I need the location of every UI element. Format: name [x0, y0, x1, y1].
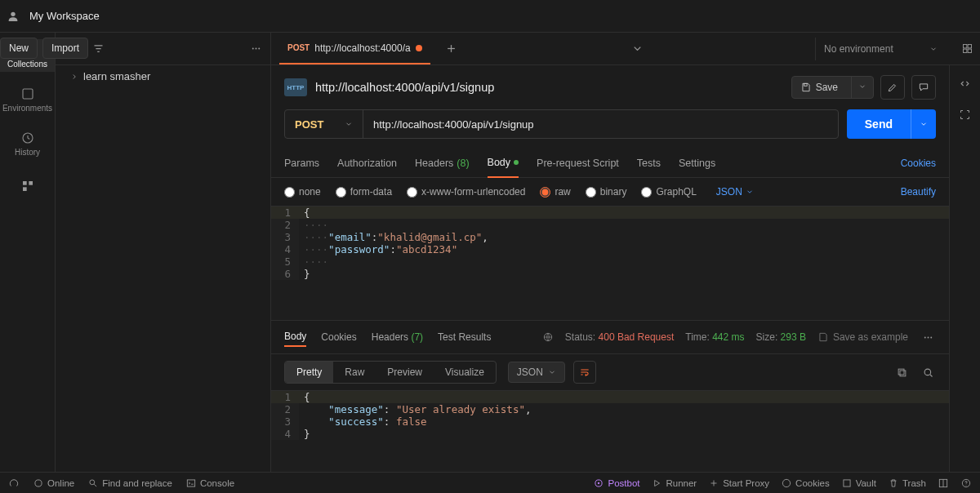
body-urlencoded[interactable]: x-www-form-urlencoded: [407, 186, 525, 198]
view-visualize[interactable]: Visualize: [434, 362, 496, 383]
svg-point-22: [924, 369, 931, 375]
resp-tab-body[interactable]: Body: [284, 327, 306, 347]
right-rail: [949, 65, 980, 472]
body-raw[interactable]: raw: [540, 186, 570, 198]
resp-tab-tests[interactable]: Test Results: [438, 328, 491, 346]
view-pretty[interactable]: Pretty: [285, 362, 333, 383]
save-dropdown[interactable]: [851, 77, 873, 98]
import-button[interactable]: Import: [42, 38, 88, 59]
person-icon: [7, 10, 20, 23]
save-button[interactable]: Save: [792, 77, 846, 98]
body-graphql[interactable]: GraphQL: [641, 186, 696, 198]
tab-prerequest[interactable]: Pre-request Script: [537, 149, 619, 177]
sb-vault[interactable]: Vault: [841, 477, 876, 489]
svg-point-24: [90, 479, 95, 484]
tab-headers[interactable]: Headers (8): [415, 149, 470, 177]
activity-environments[interactable]: Environments: [0, 83, 55, 116]
sb-runner[interactable]: Runner: [651, 477, 697, 489]
body-indicator-dot: [514, 160, 519, 165]
send-dropdown[interactable]: [911, 109, 936, 139]
edit-icon[interactable]: [880, 75, 905, 100]
filter-icon[interactable]: [90, 41, 106, 57]
response-body-editor[interactable]: 1{ 2 "message": "User already exists", 3…: [271, 390, 949, 472]
svg-point-32: [966, 484, 967, 485]
cookies-link[interactable]: Cookies: [901, 158, 936, 169]
body-none[interactable]: none: [284, 186, 321, 198]
wrap-lines-icon[interactable]: [573, 361, 596, 384]
sb-online[interactable]: Online: [33, 477, 74, 489]
resp-tab-headers[interactable]: Headers (7): [372, 328, 423, 346]
activity-bar: Collections Environments History: [0, 33, 56, 472]
request-tab[interactable]: POST http://localhost:4000/a: [279, 33, 430, 64]
view-raw[interactable]: Raw: [333, 362, 376, 383]
svg-rect-12: [968, 45, 971, 48]
activity-history[interactable]: History: [0, 127, 55, 160]
globe-icon[interactable]: [542, 331, 554, 343]
status-value: 400 Bad Request: [599, 331, 675, 343]
sb-proxy[interactable]: Start Proxy: [708, 477, 769, 489]
body-formdata[interactable]: form-data: [336, 186, 392, 198]
response-format-dropdown[interactable]: JSON: [508, 362, 565, 383]
raw-format-dropdown[interactable]: JSON: [716, 186, 754, 198]
collection-item[interactable]: learn smasher: [56, 65, 270, 87]
add-tab-icon[interactable]: [443, 41, 460, 57]
save-button-group: Save: [791, 76, 874, 99]
tab-chevron-icon[interactable]: [629, 41, 645, 57]
body-binary[interactable]: binary: [586, 186, 627, 198]
chevron-right-icon: [70, 73, 78, 81]
tab-params[interactable]: Params: [284, 149, 319, 177]
expand-icon[interactable]: [957, 106, 973, 122]
svg-rect-29: [844, 479, 850, 486]
send-button[interactable]: Send: [847, 109, 911, 139]
tab-authorization[interactable]: Authorization: [337, 149, 397, 177]
svg-point-8: [252, 48, 253, 50]
size-value: 293 B: [781, 331, 806, 343]
response-view-bar: Pretty Raw Preview Visualize JSON: [271, 354, 949, 390]
sb-trash[interactable]: Trash: [888, 477, 926, 489]
url-input[interactable]: [363, 110, 838, 138]
svg-point-17: [924, 336, 925, 338]
sb-layout-icon[interactable]: [938, 477, 949, 489]
view-preview[interactable]: Preview: [376, 362, 434, 383]
more-icon[interactable]: [247, 41, 264, 57]
method-dropdown[interactable]: POST: [285, 110, 363, 138]
tab-tests[interactable]: Tests: [637, 149, 661, 177]
body-type-options: none form-data x-www-form-urlencoded raw…: [271, 178, 949, 206]
svg-point-23: [35, 479, 42, 486]
http-icon: HTTP: [284, 78, 307, 96]
new-button[interactable]: New: [0, 38, 38, 59]
tab-settings[interactable]: Settings: [679, 149, 715, 177]
tab-body[interactable]: Body: [488, 149, 519, 178]
request-title: http://localhost:4000/api/v1/signup: [315, 81, 494, 94]
save-as-example[interactable]: Save as example: [817, 331, 908, 343]
top-bar: My Workspace: [0, 0, 980, 33]
sb-cookies[interactable]: Cookies: [781, 477, 830, 489]
sb-help-icon[interactable]: [960, 477, 972, 489]
svg-rect-15: [804, 83, 807, 86]
resp-more-icon[interactable]: [920, 329, 936, 345]
environment-select[interactable]: No environment: [815, 38, 946, 60]
sb-sync-icon[interactable]: [8, 477, 20, 489]
resp-tab-cookies[interactable]: Cookies: [321, 328, 356, 346]
request-body-editor[interactable]: 1{ 2···· 3····"email":"khalid@gmail.cp",…: [271, 206, 949, 320]
beautify-button[interactable]: Beautify: [901, 186, 936, 198]
url-bar: POST: [284, 109, 839, 139]
sidebar: learn smasher: [56, 33, 271, 472]
svg-point-27: [598, 482, 599, 483]
comment-icon[interactable]: [911, 75, 936, 100]
svg-point-10: [258, 48, 260, 50]
sb-find-replace[interactable]: Find and replace: [87, 477, 172, 489]
search-icon[interactable]: [920, 364, 936, 380]
workspace-name[interactable]: My Workspace: [29, 10, 100, 22]
request-header: HTTP http://localhost:4000/api/v1/signup…: [271, 65, 949, 109]
svg-rect-20: [900, 371, 906, 376]
copy-icon[interactable]: [893, 364, 910, 380]
unsaved-dot-icon: [416, 45, 422, 51]
sb-console[interactable]: Console: [185, 477, 234, 489]
chevron-down-icon: [345, 120, 353, 128]
activity-more[interactable]: [0, 176, 55, 196]
svg-rect-7: [23, 187, 27, 191]
env-quicklook-icon[interactable]: [959, 41, 975, 57]
sb-postbot[interactable]: Postbot: [593, 477, 639, 489]
code-icon[interactable]: [957, 75, 973, 91]
